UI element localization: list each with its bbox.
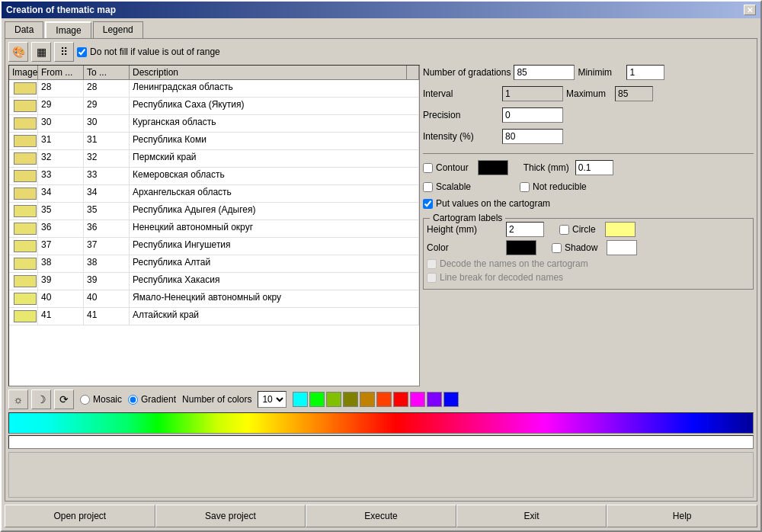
table-row[interactable]: 40 40 Ямало-Ненецкий автономный окру [9, 290, 419, 308]
exit-button[interactable]: Exit [456, 505, 607, 527]
cell-from: 28 [38, 80, 84, 97]
num-colors-label: Number of colors [182, 394, 251, 405]
color-swatch-item[interactable] [360, 392, 375, 407]
contour-checkbox[interactable] [423, 163, 433, 173]
gradient-radio[interactable] [128, 395, 138, 405]
table-row[interactable]: 35 35 Республика Адыгея (Адыгея) [9, 203, 419, 220]
color-swatch-item[interactable] [393, 392, 408, 407]
cell-desc: Пермский край [130, 150, 419, 167]
table-row[interactable]: 34 34 Архангельская область [9, 185, 419, 203]
cell-from: 39 [38, 273, 84, 290]
adjust-btn-1[interactable]: ☼ [8, 389, 28, 409]
no-fill-checkbox[interactable] [77, 47, 87, 57]
decode-label: Decode the names on the cartogram [440, 258, 588, 269]
contour-color-box[interactable] [478, 160, 508, 175]
circle-checkbox[interactable] [559, 225, 569, 235]
num-colors-select[interactable]: 10 [258, 391, 287, 408]
maximum-label: Maximum [566, 88, 612, 99]
table-row[interactable]: 41 41 Алтайский край [9, 308, 419, 325]
precision-row: Precision [423, 107, 754, 123]
tool-btn-3[interactable]: ⠿ [54, 42, 74, 62]
empty-area [8, 452, 754, 498]
table-row[interactable]: 28 28 Ленинградская область [9, 80, 419, 98]
cell-from: 29 [38, 98, 84, 114]
cell-to: 35 [84, 203, 130, 220]
cell-desc: Ленинградская область [130, 80, 419, 97]
adjust-btn-2[interactable]: ☽ [31, 389, 51, 409]
panel-image: 🎨 ▦ ⠿ Do not fill if value is out of ran… [5, 38, 757, 502]
table-row[interactable]: 38 38 Республика Алтай [9, 255, 419, 273]
table-row[interactable]: 37 37 Республика Ингушетия [9, 238, 419, 255]
tool-btn-1[interactable]: 🎨 [8, 42, 28, 62]
linebreak-checkbox[interactable] [427, 273, 437, 283]
adjust-btn-3[interactable]: ⟳ [54, 389, 74, 409]
toolbar: 🎨 ▦ ⠿ Do not fill if value is out of ran… [8, 42, 754, 62]
height-input[interactable] [506, 222, 544, 237]
tab-image[interactable]: Image [45, 21, 91, 38]
color-gradient [8, 412, 754, 434]
put-values-checkbox[interactable] [423, 199, 433, 209]
cell-color [9, 255, 38, 272]
precision-input[interactable] [502, 107, 563, 123]
color-swatch-item[interactable] [443, 392, 459, 407]
cell-to: 33 [84, 168, 130, 184]
tool-btn-2[interactable]: ▦ [31, 42, 51, 62]
cell-from: 33 [38, 168, 84, 184]
open-project-button[interactable]: Open project [5, 505, 155, 527]
table-row[interactable]: 33 33 Кемеровская область [9, 168, 419, 185]
right-panel: Number of gradations Minimim Interval Ma… [423, 65, 754, 386]
color-swatch-item[interactable] [293, 392, 308, 407]
scalable-row: Scalable Not reducible [423, 181, 754, 192]
table-row[interactable]: 29 29 Республика Саха (Якутия) [9, 98, 419, 115]
table-row[interactable]: 39 39 Республика Хакасия [9, 273, 419, 290]
main-content: Data Image Legend 🎨 ▦ ⠿ Do not fill if v… [2, 18, 760, 530]
circle-color-box[interactable] [605, 222, 636, 237]
thick-input[interactable] [575, 160, 613, 175]
shadow-checkbox-label: Shadow [552, 242, 597, 253]
scalable-checkbox-label: Scalable [423, 181, 471, 192]
table-row[interactable]: 30 30 Курганская область [9, 115, 419, 133]
tab-data[interactable]: Data [5, 21, 43, 38]
table-row[interactable]: 31 31 Республика Коми [9, 133, 419, 150]
maximum-input[interactable] [615, 86, 653, 101]
intensity-input[interactable] [502, 129, 563, 144]
table-row[interactable]: 32 32 Пермский край [9, 150, 419, 168]
shadow-checkbox[interactable] [552, 243, 562, 253]
cell-color [9, 133, 38, 149]
cell-color [9, 238, 38, 255]
cell-color [9, 203, 38, 220]
cell-to: 31 [84, 133, 130, 149]
color-swatches [293, 392, 459, 407]
scalable-checkbox[interactable] [423, 182, 433, 192]
execute-button[interactable]: Execute [306, 505, 456, 527]
color-swatch-item[interactable] [376, 392, 392, 407]
close-button[interactable]: ✕ [744, 5, 756, 15]
decode-checkbox[interactable] [427, 259, 437, 269]
color-swatch-item[interactable] [326, 392, 341, 407]
cell-desc: Республика Алтай [130, 255, 419, 272]
shadow-color-box[interactable] [607, 240, 637, 255]
mosaic-radio-label: Mosaic [80, 394, 122, 405]
color-swatch-item[interactable] [309, 392, 325, 407]
gradations-row: Number of gradations Minimim [423, 65, 754, 80]
thick-label: Thick (mm) [523, 162, 569, 173]
interval-input[interactable] [502, 86, 563, 101]
gradations-input[interactable] [514, 65, 575, 80]
not-reducible-checkbox[interactable] [520, 182, 530, 192]
cell-color [9, 168, 38, 184]
cell-to: 37 [84, 238, 130, 255]
table-row[interactable]: 36 36 Ненецкий автономный округ [9, 220, 419, 238]
cell-to: 36 [84, 220, 130, 237]
tab-legend[interactable]: Legend [93, 21, 143, 38]
put-values-checkbox-label: Put values on the cartogram [423, 198, 550, 209]
save-project-button[interactable]: Save project [155, 505, 306, 527]
minimum-input[interactable] [626, 65, 664, 80]
table-body[interactable]: 28 28 Ленинградская область 29 29 Респуб… [9, 80, 419, 386]
color-swatch-item[interactable] [427, 392, 442, 407]
help-button[interactable]: Help [607, 505, 757, 527]
color-swatch-item[interactable] [410, 392, 425, 407]
col-scroll [407, 66, 419, 79]
mosaic-radio[interactable] [80, 395, 90, 405]
color-swatch-item[interactable] [343, 392, 358, 407]
color-box[interactable] [506, 240, 536, 255]
